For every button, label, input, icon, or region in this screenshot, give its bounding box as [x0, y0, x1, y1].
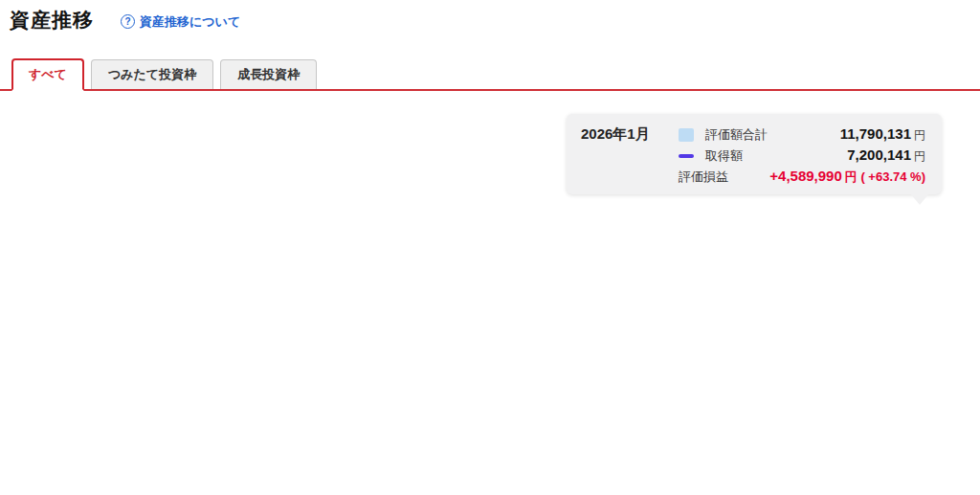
help-link[interactable]: ? 資産推移について — [121, 13, 240, 31]
total-label: 評価額合計 — [705, 126, 768, 144]
tooltip-row-total: 2026年1月 評価額合計 11,790,131円 — [581, 124, 925, 145]
page-title: 資産推移 — [10, 7, 94, 34]
asset-chart-section: 2026年1月 評価額合計 11,790,131円 取得額 7,200,141円… — [0, 91, 980, 495]
tooltip-date: 2026年1月 — [581, 125, 679, 144]
cost-swatch-icon — [679, 154, 694, 158]
total-value: 11,790,131円 — [840, 125, 925, 144]
question-circle-icon: ? — [121, 14, 135, 29]
tab-growth[interactable]: 成長投資枠 — [220, 59, 317, 89]
tab-all[interactable]: すべて — [11, 58, 84, 91]
page-header: 資産推移 ? 資産推移について — [0, 0, 980, 34]
tab-tsumitate[interactable]: つみたて投資枠 — [91, 59, 213, 89]
tooltip-pointer — [910, 193, 929, 205]
cost-label: 取得額 — [705, 147, 743, 165]
tab-bar: すべて つみたて投資枠 成長投資枠 — [0, 58, 980, 91]
total-swatch-icon — [679, 128, 694, 142]
cost-value: 7,200,141円 — [847, 146, 925, 165]
tooltip-row-profit: 評価損益 +4,589,990円 ( +63.74 %) — [581, 167, 925, 187]
profit-value: +4,589,990円 ( +63.74 %) — [769, 168, 925, 186]
tooltip-row-cost: 取得額 7,200,141円 — [581, 146, 925, 166]
profit-label: 評価損益 — [679, 169, 728, 186]
asset-transition-chart[interactable] — [0, 186, 980, 492]
chart-tooltip: 2026年1月 評価額合計 11,790,131円 取得額 7,200,141円… — [567, 114, 942, 194]
help-link-label: 資産推移について — [140, 13, 240, 31]
